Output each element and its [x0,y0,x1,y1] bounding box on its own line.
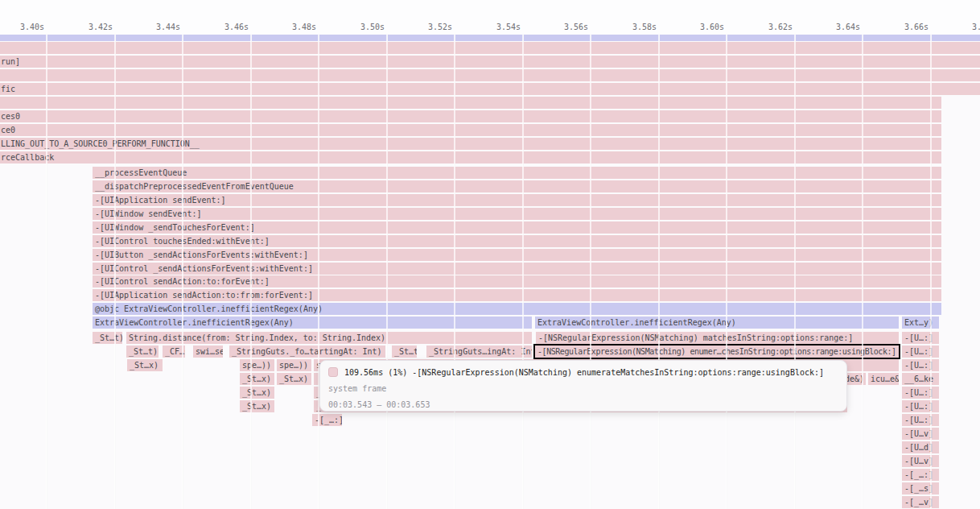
flame-bar[interactable]: spe…)) [277,359,311,371]
flame-bar[interactable]: _St…x) [240,387,274,399]
timeline-gridline-overlay [318,35,319,509]
time-tick-label: 3.40s [0,22,44,32]
flame-bar[interactable] [0,69,980,81]
frame-tooltip: 109.56ms (1%) -[NSRegularExpression(NSMa… [319,360,847,412]
flame-bar[interactable]: -[_…:] [902,469,939,481]
time-tick-label: 3.52s [384,22,452,32]
flame-bar[interactable]: -[U…v] [902,428,939,440]
time-tick-label: 3.68s [928,22,980,32]
flame-bar[interactable]: -[U…:] [902,332,939,344]
flame-bar[interactable]: -[UIButton _sendActionsForEvents:withEve… [93,249,941,261]
flame-bar[interactable]: -[U…:] [902,346,939,358]
time-tick-label: 3.48s [248,22,316,32]
flame-bar[interactable]: -[UIControl touchesEnded:withEvent:] [93,235,941,247]
tooltip-title: 109.56ms (1%) -[NSRegularExpression(NSMa… [344,368,824,377]
timeline-gridline-overlay [590,35,591,509]
time-tick-label: 3.42s [44,22,113,32]
time-tick-label: 3.56s [520,22,588,32]
timeline-gridline-overlay [182,35,183,509]
flame-bar[interactable]: run] [0,56,980,68]
time-tick-label: 3.54s [452,22,521,32]
flame-bar[interactable]: -[U…:] [902,400,939,412]
flame-bar[interactable]: _St…x) [240,373,274,385]
flame-bar[interactable]: __6…ke [902,373,939,385]
flame-bar[interactable]: spe…)) [240,359,274,371]
timeline-gridline-overlay [522,35,524,509]
flame-bar[interactable]: ExtraViewController.inefficientRegex(Any… [93,317,532,329]
flame-bar[interactable]: -[UIWindow _sendTouchesForEvent:] [93,221,941,234]
flame-bar[interactable]: -[UIControl _sendActionsForEvents:withEv… [93,263,941,275]
time-tick-label: 3.58s [588,22,657,32]
timeline-gridline-overlay [862,35,863,509]
time-tick-label: 3.50s [316,22,385,32]
flame-bar[interactable]: _St…t) [126,346,159,358]
flame-bar[interactable]: -[U…:] [902,414,939,426]
flame-bar[interactable]: -[UIWindow sendEvent:] [93,208,941,220]
time-tick-label: 3.46s [180,22,249,32]
timeline-gridline-overlay [794,35,796,509]
flame-bar[interactable]: -[UIControl sendAction:to:forEvent:] [93,275,941,288]
flame-bar[interactable]: _St…t) [93,332,122,344]
timeline-gridline-overlay [454,35,455,509]
flame-bar[interactable]: Ext…y) [902,317,939,329]
flame-bar[interactable]: __dispatchPreprocessedEventFromEventQueu… [93,180,941,192]
flame-bar[interactable]: -[_…v] [902,496,939,508]
flame-bar[interactable]: _StringGuts._fo…tartingAt: Int) [229,346,385,358]
flame-bar[interactable]: -[U…:] [902,359,939,371]
flame-bar[interactable]: _St…x) [277,373,311,385]
time-tick-label: 3.60s [656,22,724,32]
flame-bar[interactable]: -[_…s] [902,482,939,495]
flame-bar[interactable]: swi…se [193,346,223,358]
time-tick-label: 3.64s [792,22,860,32]
flame-bar[interactable]: rceCallback [0,151,941,163]
flame-bar[interactable]: -[U…d] [902,441,939,453]
timeline-gridline-overlay [726,35,727,509]
flame-bar[interactable]: _St…t) [392,346,417,358]
frame-color-swatch-icon [328,367,338,377]
flame-bar[interactable]: -[U…v] [902,455,939,467]
track-strip [0,35,980,41]
timeline-gridline-overlay [658,35,660,509]
tooltip-title-row: 109.56ms (1%) -[NSRegularExpression(NSMa… [328,367,838,377]
flame-bar[interactable]: icu…e&) [868,373,899,385]
timeline-gridline-overlay [930,35,932,509]
timeline-ruler[interactable]: 3.40s3.42s3.44s3.46s3.48s3.50s3.52s3.54s… [0,0,980,34]
flame-bar[interactable]: ce0 [0,124,941,136]
flame-bar[interactable]: _St…x) [240,400,274,412]
time-tick-label: 3.44s [112,22,180,32]
flame-bar[interactable]: String.distance(from: String.Index, to: … [126,332,532,344]
time-tick-label: 3.62s [724,22,793,32]
flame-bar[interactable]: __processEventQueue [93,167,941,179]
flame-bar[interactable]: LLING_OUT_TO_A_SOURCE0_PERFORM_FUNCTION_… [0,138,941,150]
flame-bar[interactable]: -[U…:] [902,387,939,399]
flame-bar[interactable]: ces0 [0,110,941,122]
flame-chart-view: 3.40s3.42s3.44s3.46s3.48s3.50s3.52s3.54s… [0,0,980,509]
tooltip-frame-kind: system frame [328,384,838,393]
flame-bar[interactable]: _St…x) [127,359,163,371]
flame-bar[interactable]: -[UIApplication sendEvent:] [93,194,941,206]
tooltip-time-range: 00:03.543 — 00:03.653 [328,400,838,409]
time-tick-label: 3.66s [860,22,929,32]
flame-bar[interactable] [0,42,980,54]
timeline-gridline-overlay [386,35,388,509]
timeline-gridline-overlay [250,35,252,509]
timeline-gridline-overlay [114,35,116,509]
flame-bar[interactable] [0,97,941,109]
flame-bar[interactable]: -[_…:] [312,414,342,426]
flame-bar[interactable]: -[UIApplication sendAction:to:from:forEv… [93,289,941,301]
timeline-gridline-overlay [46,35,47,509]
flame-bar[interactable]: @objc ExtraViewController.inefficientReg… [93,303,941,315]
flame-bar[interactable]: _StringGuts…ingAt: Int) [426,346,532,358]
flame-bar[interactable]: fic [0,83,980,95]
